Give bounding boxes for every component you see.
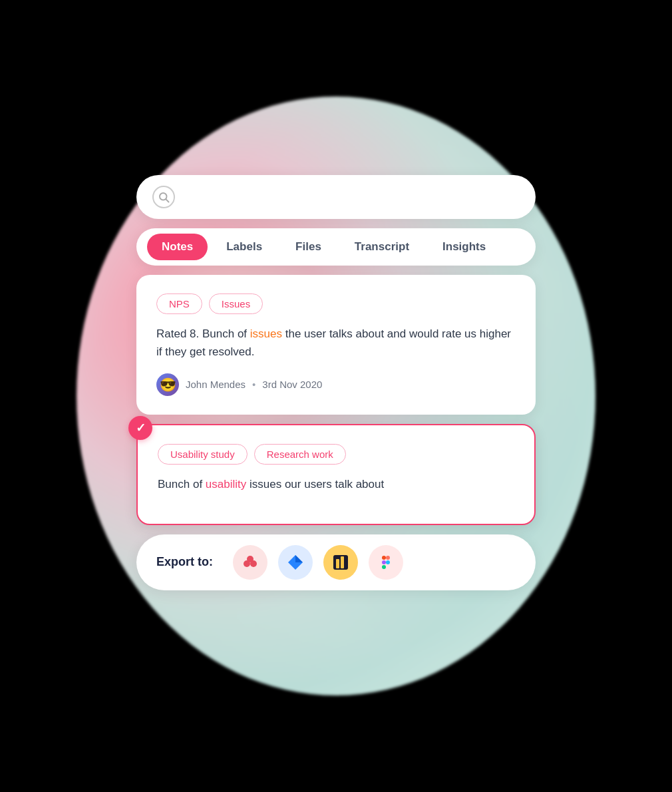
jira-icon — [285, 552, 305, 572]
export-figma-button[interactable] — [369, 545, 403, 580]
svg-rect-10 — [382, 556, 386, 560]
svg-rect-9 — [341, 556, 344, 568]
svg-rect-13 — [382, 565, 386, 569]
card2-text-after: issues our users talk about — [246, 478, 384, 491]
card2-text-before: Bunch of — [158, 478, 206, 491]
selected-checkmark: ✓ — [128, 416, 152, 440]
card1-highlight: issues — [250, 327, 282, 340]
tab-insights[interactable]: Insights — [428, 234, 500, 260]
card1-dot: • — [252, 379, 255, 390]
avatar-john: 😎 — [156, 373, 179, 396]
main-ui: Usablity issues Notes Labels Files Trans… — [136, 175, 536, 590]
card2-text: Bunch of usability issues our users talk… — [158, 475, 514, 493]
export-asana-button[interactable] — [233, 545, 267, 580]
tag-research-work[interactable]: Research work — [254, 444, 346, 465]
tag-nps[interactable]: NPS — [156, 294, 202, 314]
svg-rect-12 — [382, 560, 386, 564]
search-icon — [152, 186, 175, 208]
svg-point-14 — [386, 560, 390, 564]
tag-issues[interactable]: Issues — [209, 294, 263, 314]
figma-icon — [377, 553, 395, 572]
tabs-bar: Notes Labels Files Transcript Insights — [136, 228, 536, 266]
note-card-2[interactable]: ✓ Usability study Research work Bunch of… — [136, 424, 536, 525]
search-bar: Usablity issues — [136, 175, 536, 219]
card2-highlight: usability — [206, 478, 246, 491]
card1-author: John Mendes — [186, 379, 246, 390]
tab-notes[interactable]: Notes — [147, 234, 208, 260]
asana-icon — [241, 553, 259, 572]
search-input[interactable]: Usablity issues — [184, 190, 520, 205]
svg-marker-6 — [295, 555, 303, 562]
export-bar: Export to: — [136, 534, 536, 590]
card1-tags: NPS Issues — [156, 294, 516, 314]
svg-rect-8 — [336, 559, 339, 568]
tab-files[interactable]: Files — [281, 234, 336, 260]
export-notion-button[interactable] — [323, 545, 358, 580]
card1-meta: 😎 John Mendes • 3rd Nov 2020 — [156, 373, 516, 396]
card1-text: Rated 8. Bunch of issues the user talks … — [156, 325, 516, 361]
svg-rect-11 — [386, 556, 390, 560]
export-icons — [233, 545, 403, 580]
tab-labels[interactable]: Labels — [212, 234, 277, 260]
tag-usability-study[interactable]: Usability study — [158, 444, 248, 465]
card1-date: 3rd Nov 2020 — [262, 379, 322, 390]
tag-study-rest: study — [208, 449, 235, 460]
svg-line-1 — [166, 200, 168, 202]
card1-text-before: Rated 8. Bunch of — [156, 327, 250, 340]
export-jira-button[interactable] — [278, 545, 313, 580]
note-card-1: NPS Issues Rated 8. Bunch of issues the … — [136, 275, 536, 414]
tab-transcript[interactable]: Transcript — [340, 234, 424, 260]
export-label: Export to: — [156, 555, 213, 569]
svg-point-4 — [247, 556, 253, 562]
card2-tags: Usability study Research work — [158, 444, 514, 465]
notion-icon — [331, 552, 351, 572]
tag-usability-highlight: Usability — [170, 449, 208, 460]
